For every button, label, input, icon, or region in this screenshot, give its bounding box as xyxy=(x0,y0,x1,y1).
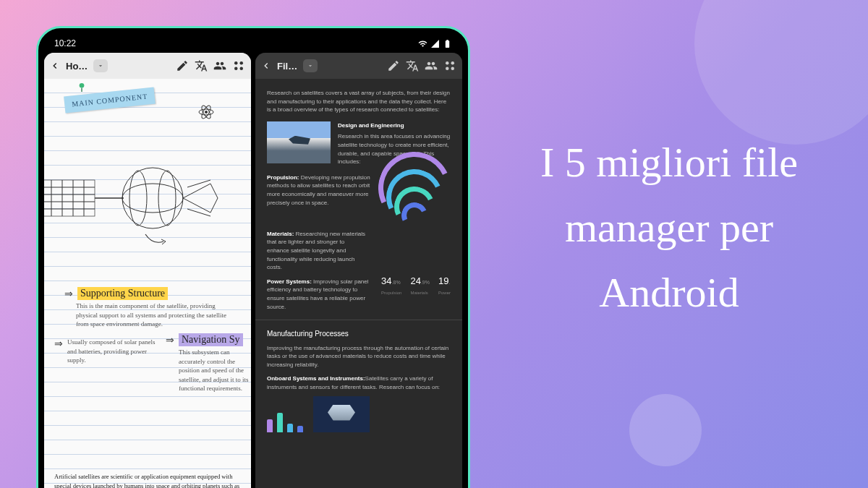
svg-point-8 xyxy=(205,111,208,114)
intro-text: Research on satellites covers a vast arr… xyxy=(267,89,451,114)
design-heading: Design and Engineering xyxy=(338,121,451,130)
left-pane: Ho… MAIN COMPONENT xyxy=(44,53,251,488)
status-icons xyxy=(418,39,452,48)
manufacturing-heading: Manufacturing Processes xyxy=(267,329,451,340)
share-icon[interactable] xyxy=(213,59,226,72)
apps-icon[interactable] xyxy=(232,59,245,72)
stats-row: 34.8% Propulsion 24.9% Materials 19. Pow… xyxy=(381,275,451,296)
onboard-text: Onboard Systems and Instruments:Satellit… xyxy=(267,374,451,391)
right-title: Fil… xyxy=(277,61,297,72)
svg-line-25 xyxy=(187,209,210,216)
svg-point-29 xyxy=(451,67,455,71)
bar-chart xyxy=(267,411,303,432)
propulsion-block: Propulsion: Developing new propulsion me… xyxy=(267,174,371,224)
stat-item: 19. Power xyxy=(438,275,451,296)
atom-icon xyxy=(197,103,215,121)
arrow-icon: ⇒ xyxy=(54,338,63,349)
handwritten-text: Usually composed of solar panels and bat… xyxy=(67,338,161,365)
pin-icon xyxy=(76,82,88,93)
satellite-image xyxy=(267,121,331,163)
status-bar: 10:22 xyxy=(44,34,462,53)
title-dropdown[interactable] xyxy=(93,59,108,72)
svg-point-28 xyxy=(446,67,449,71)
manufacturing-text: Improving the manufacturing process thro… xyxy=(267,344,451,369)
right-pane: Fil… Research on satellites covers a vas… xyxy=(255,53,462,488)
svg-point-27 xyxy=(451,61,455,65)
notebook-page[interactable]: MAIN COMPONENT xyxy=(44,79,251,488)
translate-icon[interactable] xyxy=(195,59,208,72)
svg-point-22 xyxy=(129,171,147,226)
svg-point-23 xyxy=(158,171,176,226)
station-image xyxy=(313,396,370,432)
right-toolbar: Fil… xyxy=(255,53,462,79)
title-dropdown[interactable] xyxy=(303,59,318,72)
svg-point-20 xyxy=(122,168,183,228)
wifi-icon xyxy=(418,39,427,48)
svg-line-24 xyxy=(187,180,210,187)
highlight-icon[interactable] xyxy=(176,59,189,72)
satellite-sketch xyxy=(44,129,251,274)
headline-text: I 5 migliori file manager per Android xyxy=(514,130,825,325)
svg-point-2 xyxy=(234,67,238,71)
back-button[interactable] xyxy=(50,61,60,71)
status-time: 10:22 xyxy=(54,38,76,48)
stat-item: 34.8% Propulsion xyxy=(381,275,401,296)
svg-point-4 xyxy=(80,83,85,88)
heading-highlight: Supporting Structure xyxy=(77,287,168,300)
arrow-icon: ⇒ xyxy=(64,288,73,299)
translate-icon[interactable] xyxy=(406,59,419,72)
signal-icon xyxy=(430,39,440,48)
highlight-icon[interactable] xyxy=(387,59,400,72)
handwritten-text: This subsystem can accurately control th… xyxy=(179,348,251,393)
stat-item: 24.9% Materials xyxy=(410,275,430,296)
divider xyxy=(255,320,462,320)
heading-highlight: Navigation Sy xyxy=(179,333,243,346)
battery-icon xyxy=(443,39,452,48)
body-paragraph: Artificial satellites are scientific or … xyxy=(54,472,241,488)
left-title: Ho… xyxy=(66,61,88,72)
left-toolbar: Ho… xyxy=(44,53,251,79)
svg-point-3 xyxy=(240,67,244,71)
materials-block: Materials: Researching new materials tha… xyxy=(267,230,368,272)
bg-decor-circle xyxy=(629,394,702,466)
svg-point-0 xyxy=(234,61,238,65)
svg-point-26 xyxy=(446,61,449,65)
svg-point-21 xyxy=(122,184,183,213)
tablet-frame: 10:22 Ho… MAIN COMPONENT xyxy=(36,26,470,488)
share-icon[interactable] xyxy=(425,59,438,72)
handwritten-text: This is the main component of the satell… xyxy=(76,301,235,329)
svg-point-1 xyxy=(240,61,244,65)
arc-chart xyxy=(378,174,451,224)
section-heading-supporting: ⇒ Supporting Structure xyxy=(64,287,168,300)
section-arrow-panels: ⇒ xyxy=(54,338,63,349)
apps-icon[interactable] xyxy=(443,59,456,72)
power-block: Power Systems: Improving solar panel eff… xyxy=(267,278,374,311)
arrow-icon: ⇒ xyxy=(166,334,174,346)
section-heading-navigation: ⇒ Navigation Sy xyxy=(166,333,243,346)
bg-decor-circle xyxy=(694,0,868,145)
dark-document[interactable]: Research on satellites covers a vast arr… xyxy=(255,79,462,488)
back-button[interactable] xyxy=(261,61,271,71)
